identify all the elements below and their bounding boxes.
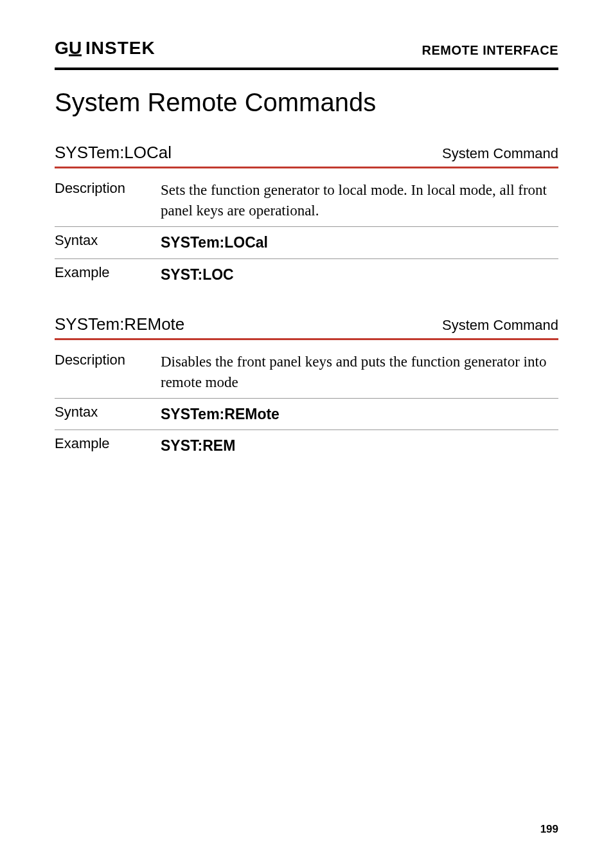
- command-name: SYSTem:LOCal: [55, 143, 172, 163]
- row-label: Description: [55, 180, 161, 197]
- red-divider: [55, 338, 558, 340]
- command-type: System Command: [442, 317, 558, 334]
- row-value: SYST:REM: [161, 435, 558, 456]
- page-number: 199: [540, 823, 558, 836]
- command-header: SYSTem:LOCalSystem Command: [55, 143, 558, 163]
- row-label: Example: [55, 435, 161, 452]
- page-header: G U INSTEK REMOTE INTERFACE: [55, 39, 558, 62]
- command-row: ExampleSYST:REM: [55, 430, 558, 461]
- command-row: DescriptionSets the function generator t…: [55, 175, 558, 227]
- section-label: REMOTE INTERFACE: [422, 43, 558, 58]
- command-row: SyntaxSYSTem:LOCal: [55, 227, 558, 258]
- command-header: SYSTem:REMoteSystem Command: [55, 314, 558, 334]
- row-value: SYSTem:LOCal: [161, 232, 558, 253]
- row-label: Description: [55, 352, 161, 368]
- brand-logo: G U INSTEK: [55, 39, 177, 62]
- red-divider: [55, 167, 558, 168]
- command-row: DescriptionDisables the front panel keys…: [55, 347, 558, 399]
- row-value: SYST:LOC: [161, 264, 558, 285]
- command-block: SYSTem:LOCalSystem CommandDescriptionSet…: [55, 143, 558, 290]
- command-row: SyntaxSYSTem:REMote: [55, 399, 558, 430]
- row-value: Disables the front panel keys and puts t…: [161, 352, 558, 393]
- command-block: SYSTem:REMoteSystem CommandDescriptionDi…: [55, 314, 558, 462]
- row-label: Syntax: [55, 404, 161, 420]
- page-title: System Remote Commands: [55, 88, 558, 117]
- row-label: Syntax: [55, 232, 161, 249]
- row-value: Sets the function generator to local mod…: [161, 180, 558, 221]
- row-label: Example: [55, 264, 161, 281]
- command-type: System Command: [442, 145, 558, 162]
- row-value: SYSTem:REMote: [161, 404, 558, 424]
- command-name: SYSTem:REMote: [55, 314, 184, 334]
- command-row: ExampleSYST:LOC: [55, 259, 558, 290]
- svg-text:G: G: [55, 39, 69, 58]
- svg-text:INSTEK: INSTEK: [85, 39, 155, 58]
- commands-container: SYSTem:LOCalSystem CommandDescriptionSet…: [55, 143, 558, 462]
- header-divider: [55, 68, 558, 70]
